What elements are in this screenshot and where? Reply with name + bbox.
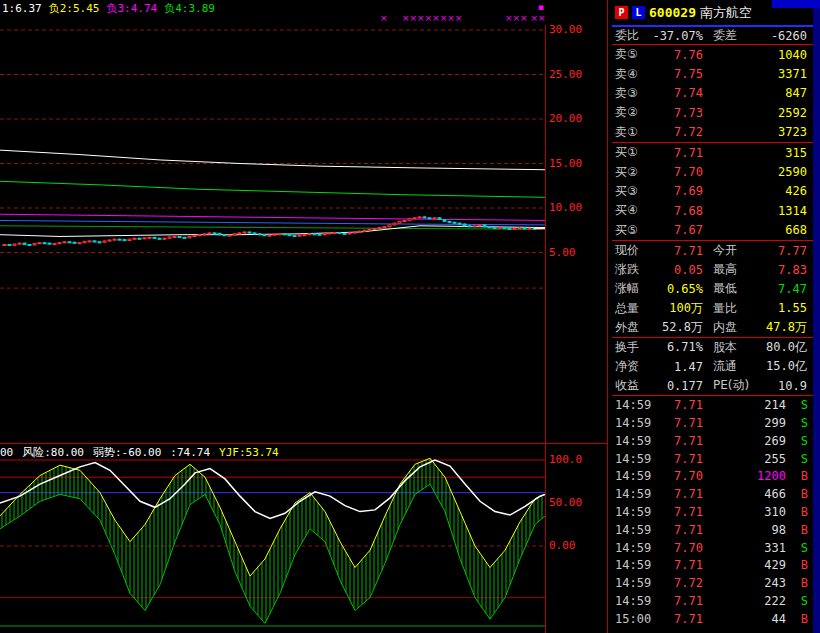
ask-row[interactable]: 卖③7.74847 (612, 84, 813, 103)
tick-row: 14:597.71466B (612, 485, 813, 503)
bid-row[interactable]: 买①7.71315 (612, 143, 813, 162)
bid-price: 7.68 (651, 204, 703, 218)
stat-row: 净资1.47流通15.0亿 (612, 357, 813, 376)
bid-price: 7.71 (651, 146, 703, 160)
buy-signal-marks: ××× ×× (505, 13, 546, 23)
stat-label: 流通 (703, 358, 759, 375)
tick-price: 7.71 (659, 505, 703, 519)
stat-label: 外盘 (612, 319, 651, 336)
tick-direction: B (786, 505, 813, 519)
price-axis-label: 15.00 (549, 157, 582, 170)
bid-row[interactable]: 买⑤7.67668 (612, 221, 813, 240)
tick-volume: 255 (703, 452, 786, 466)
stat-label: 涨跌 (612, 261, 651, 278)
tick-direction: S (786, 594, 813, 608)
tick-row: 14:597.701200B (612, 468, 813, 486)
buy-signal-marks: ×××××××× (402, 13, 462, 23)
tick-row: 14:597.7198B (612, 521, 813, 539)
tick-price: 7.71 (659, 558, 703, 572)
stat-row: 总量100万量比1.55 (612, 298, 813, 317)
stat-value: 0.05 (651, 263, 703, 277)
stat-label: 涨幅 (612, 280, 651, 297)
ask-price: 7.76 (651, 48, 703, 62)
stat-value: 6.71% (651, 340, 703, 354)
trading-terminal: 1:6.37负2:5.45负3:4.74负4:3.89 ××××××××××××… (0, 0, 820, 633)
stock-code: 600029 (649, 5, 696, 20)
oscillator-value: 风险:80.00 (22, 446, 84, 459)
tick-time: 14:59 (612, 541, 659, 555)
oscillator-chart[interactable] (0, 458, 545, 633)
bid-volume: 315 (703, 146, 813, 160)
ask-row[interactable]: 卖①7.723723 (612, 123, 813, 142)
tick-volume: 269 (703, 434, 786, 448)
price-axis-label: 10.00 (549, 201, 582, 214)
tick-volume: 310 (703, 505, 786, 519)
chart-axis-divider (545, 25, 546, 633)
stat-label: 换手 (612, 339, 651, 356)
bid-row[interactable]: 买③7.69426 (612, 182, 813, 201)
tick-row: 14:597.72243B (612, 574, 813, 592)
stat-value: 10.9 (759, 379, 813, 393)
quote-stats: 现价7.71今开7.77涨跌0.05最高7.83涨幅0.65%最低7.47总量1… (612, 241, 813, 338)
stat-value: 47.8万 (759, 319, 813, 336)
stat-value: 7.83 (759, 263, 813, 277)
tick-volume: 1200 (703, 469, 786, 483)
tick-list[interactable]: 14:597.71214S14:597.71299S14:597.71269S1… (612, 396, 813, 627)
weibi-label: 委比 (612, 27, 651, 44)
p-button[interactable]: P (615, 6, 628, 19)
tick-direction: B (786, 487, 813, 501)
tick-price: 7.71 (659, 612, 703, 626)
tick-volume: 98 (703, 523, 786, 537)
ask-price: 7.75 (651, 67, 703, 81)
tick-time: 14:59 (612, 505, 659, 519)
tick-direction: S (786, 416, 813, 430)
stat-label: 量比 (703, 300, 759, 317)
ask-volume: 2592 (703, 106, 813, 120)
tick-row: 14:597.71255S (612, 450, 813, 468)
stat-label: 总量 (612, 300, 651, 317)
stat-label: 最低 (703, 280, 759, 297)
stat-row: 收益0.177PE(动)10.9 (612, 376, 813, 395)
stat-label: 净资 (612, 358, 651, 375)
tick-time: 14:59 (612, 434, 659, 448)
ask-volume: 3723 (703, 125, 813, 139)
stat-row: 涨跌0.05最高7.83 (612, 260, 813, 279)
ask-row[interactable]: 卖②7.732592 (612, 103, 813, 122)
tick-time: 14:59 (612, 594, 659, 608)
tick-row: 14:597.71214S (612, 396, 813, 414)
ask-row[interactable]: 卖④7.753371 (612, 64, 813, 83)
tick-price: 7.71 (659, 434, 703, 448)
tick-time: 14:59 (612, 452, 659, 466)
tick-volume: 243 (703, 576, 786, 590)
fundamental-stats: 换手6.71%股本80.0亿净资1.47流通15.0亿收益0.177PE(动)1… (612, 338, 813, 397)
ask-row[interactable]: 卖⑤7.761040 (612, 45, 813, 64)
tick-time: 14:59 (612, 576, 659, 590)
tick-row: 14:597.71269S (612, 432, 813, 450)
tick-price: 7.70 (659, 541, 703, 555)
scrollbar[interactable] (813, 8, 820, 633)
stat-row: 换手6.71%股本80.0亿 (612, 338, 813, 357)
tick-price: 7.71 (659, 487, 703, 501)
stat-value: 7.71 (651, 244, 703, 258)
tick-time: 14:59 (612, 469, 659, 483)
ask-level-label: 卖⑤ (612, 46, 651, 63)
tick-volume: 466 (703, 487, 786, 501)
candlestick-chart[interactable] (0, 25, 545, 443)
l-button[interactable]: L (632, 6, 645, 19)
bid-row[interactable]: 买②7.702590 (612, 162, 813, 181)
bid-level-label: 买② (612, 164, 651, 181)
tick-price: 7.70 (659, 469, 703, 483)
stat-row: 现价7.71今开7.77 (612, 241, 813, 260)
ask-level-label: 卖③ (612, 85, 651, 102)
buy-signal-marks: × (380, 13, 388, 23)
tick-volume: 44 (703, 612, 786, 626)
tick-price: 7.71 (659, 594, 703, 608)
tick-direction: B (786, 612, 813, 626)
tick-volume: 429 (703, 558, 786, 572)
tick-direction: B (786, 523, 813, 537)
price-axis-label: 20.00 (549, 112, 582, 125)
tick-price: 7.71 (659, 452, 703, 466)
ask-price: 7.73 (651, 106, 703, 120)
bid-row[interactable]: 买④7.681314 (612, 201, 813, 220)
price-axis-label: 5.00 (549, 246, 576, 259)
